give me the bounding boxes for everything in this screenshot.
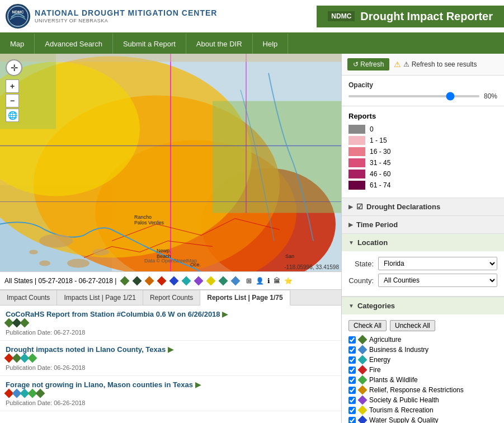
cat-agriculture-label: Agriculture: [369, 336, 401, 344]
svg-point-17: [92, 249, 109, 256]
time-period-section: ▶ Time Period: [342, 216, 504, 234]
cat-business-checkbox[interactable]: [348, 346, 356, 354]
zoom-out-button[interactable]: −: [6, 94, 19, 107]
legend-item-3: 31 - 45: [348, 158, 497, 167]
main-content: Rancho Palos Verdes Newp. Beach Oce. San…: [0, 54, 504, 423]
uncheck-all-button[interactable]: Uncheck All: [390, 320, 435, 331]
map-panel: Rancho Palos Verdes Newp. Beach Oce. San…: [0, 54, 341, 423]
time-period-header[interactable]: ▶ Time Period: [342, 216, 504, 233]
categories-list: Check All Uncheck All Agriculture Busine…: [342, 314, 504, 423]
report-diamonds: [6, 355, 36, 361]
county-label: County:: [348, 276, 374, 285]
county-select[interactable]: All Counties: [378, 274, 497, 287]
cat-water-label: Water Supply & Quality: [369, 416, 439, 423]
legend-color-2: [348, 147, 365, 156]
nav-about-dir[interactable]: About the DIR: [186, 34, 253, 54]
location-header[interactable]: ▼ Location: [342, 234, 504, 251]
compass-control[interactable]: ✛: [6, 59, 22, 76]
state-select[interactable]: Florida All States Alabama Texas: [378, 257, 497, 270]
cat-fire-checkbox[interactable]: [348, 366, 356, 374]
logo-sub: UNIVERSITY OF NEBRASKA: [35, 18, 217, 24]
cat-plants-checkbox[interactable]: [348, 377, 356, 384]
legend-color-3: [348, 158, 365, 167]
drought-declarations-checkbox[interactable]: ☑: [356, 203, 363, 211]
nav-map[interactable]: Map: [0, 34, 35, 54]
report-diamonds: [6, 319, 28, 326]
cat-plants: Plants & Wildlife: [348, 376, 497, 384]
cat-tourism-checkbox[interactable]: [348, 407, 356, 414]
cat-energy: Energy: [348, 356, 497, 364]
svg-point-19: [29, 250, 38, 255]
society-icon: [358, 396, 368, 405]
plants-icon: [358, 375, 368, 385]
tab-reports-list[interactable]: Reports List | Page 1/75: [200, 290, 290, 306]
tab-impact-counts[interactable]: Impact Counts: [0, 290, 57, 305]
diamond-yellow1: [206, 276, 216, 285]
person-icon[interactable]: 👤: [256, 277, 264, 285]
logo-title: NATIONAL DROUGHT MITIGATION CENTER: [35, 8, 217, 18]
nav-help[interactable]: Help: [253, 34, 289, 54]
cat-society-checkbox[interactable]: [348, 397, 356, 404]
refresh-note: ⚠ ⚠ Refresh to see results: [394, 60, 477, 69]
globe-button[interactable]: 🌐: [6, 109, 19, 122]
svg-rect-9: [213, 101, 341, 213]
categories-header[interactable]: ▼ Categories: [342, 297, 504, 314]
cat-water: Water Supply & Quality: [348, 416, 497, 423]
check-all-button[interactable]: Check All: [348, 320, 387, 331]
cat-business-label: Business & Industry: [369, 346, 428, 354]
opacity-slider[interactable]: [348, 95, 479, 97]
cat-society: Society & Public Health: [348, 396, 497, 404]
diamond-purple1: [194, 276, 204, 285]
refresh-button[interactable]: ↺ Refresh: [347, 58, 389, 70]
categories-section: ▼ Categories Check All Uncheck All Agric…: [342, 297, 504, 423]
ndmc-logo: NDMC: [6, 4, 30, 29]
building-icon[interactable]: 🏛: [274, 277, 280, 285]
diamond-blue2: [231, 276, 241, 285]
cat-agriculture-checkbox[interactable]: [348, 336, 356, 344]
tab-impacts-list[interactable]: Impacts List | Page 1/21: [57, 290, 143, 305]
location-section: ▼ Location State: Florida All States Ala…: [342, 234, 504, 297]
grid-icon[interactable]: ⊞: [246, 277, 252, 285]
cat-energy-checkbox[interactable]: [348, 356, 356, 364]
tab-report-counts[interactable]: Report Counts: [143, 290, 200, 305]
logo-area: NDMC NATIONAL DROUGHT MITIGATION CENTER …: [0, 4, 317, 29]
warning-icon: ⚠: [394, 60, 401, 69]
report-diamonds: [6, 390, 44, 397]
zoom-in-button[interactable]: +: [6, 79, 19, 93]
data-credit: Data © OpenStreetMap: [144, 258, 197, 264]
report-title[interactable]: Drought impacts noted in Llano County, T…: [6, 345, 336, 354]
legend-item-4: 46 - 60: [348, 170, 497, 178]
tourism-icon: [358, 406, 368, 415]
svg-point-15: [39, 234, 73, 248]
state-row: State: Florida All States Alabama Texas: [348, 257, 497, 270]
svg-rect-20: [0, 54, 341, 62]
cat-fire: Fire: [348, 366, 497, 374]
map-svg: Rancho Palos Verdes Newp. Beach Oce. San…: [0, 54, 341, 271]
logo-text: NATIONAL DROUGHT MITIGATION CENTER UNIVE…: [35, 8, 217, 24]
drought-declarations-header[interactable]: ▶ ☑ Drought Declarations: [342, 198, 504, 215]
legend-item-1: 1 - 15: [348, 136, 497, 145]
info-icon[interactable]: ℹ: [267, 277, 270, 285]
toolbar-icons: ⊞ 👤 ℹ 🏛 ⭐: [246, 277, 292, 285]
cat-fire-label: Fire: [369, 366, 381, 374]
diamond-blue1: [169, 276, 179, 285]
drought-declarations-label: Drought Declarations: [366, 203, 440, 211]
report-title[interactable]: CoCoRaHS Report from Station #Columbia 0…: [6, 310, 336, 318]
header-banner: NDMC Drought Impact Reporter: [317, 6, 504, 27]
cat-relief-label: Relief, Response & Restrictions: [369, 386, 464, 394]
cat-relief-checkbox[interactable]: [348, 387, 356, 394]
report-title[interactable]: Forage not growing in Llano, Mason count…: [6, 380, 336, 389]
status-bar: All States | 05-27-2018 - 06-27-2018 | ⊞…: [0, 271, 341, 289]
header: NDMC NATIONAL DROUGHT MITIGATION CENTER …: [0, 0, 504, 34]
nav-advanced-search[interactable]: Advanced Search: [35, 34, 113, 54]
legend-color-0: [348, 125, 365, 134]
star-icon[interactable]: ⭐: [284, 277, 293, 285]
cat-water-checkbox[interactable]: [348, 417, 356, 424]
diamond-red1: [157, 276, 167, 285]
status-text: All States | 05-27-2018 - 06-27-2018 |: [4, 277, 116, 285]
map-container[interactable]: Rancho Palos Verdes Newp. Beach Oce. San…: [0, 54, 341, 271]
cat-society-label: Society & Public Health: [369, 396, 439, 404]
state-label: State:: [348, 260, 374, 268]
nav-submit-report[interactable]: Submit a Report: [113, 34, 186, 54]
svg-point-18: [39, 261, 50, 266]
